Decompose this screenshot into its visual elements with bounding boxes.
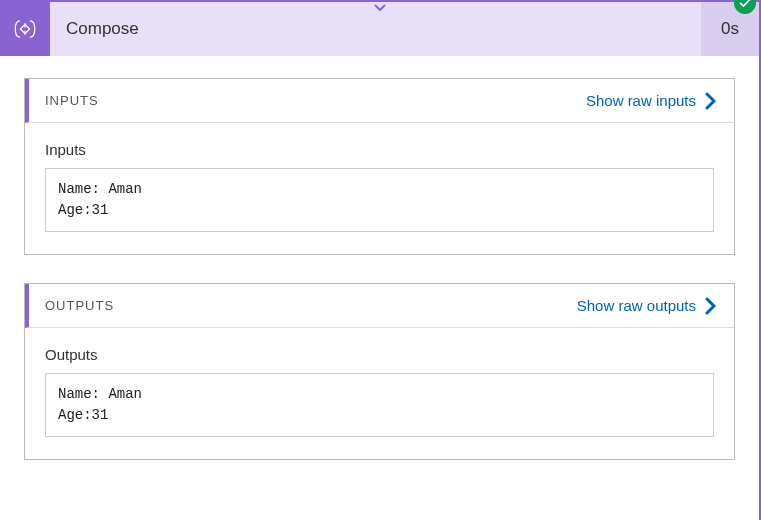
outputs-header-title: OUTPUTS [45, 298, 114, 313]
step-body: INPUTS Show raw inputs Inputs Name: Aman… [0, 56, 761, 520]
step-header[interactable]: Compose 0s [0, 0, 761, 56]
inputs-section-label: Inputs [45, 141, 714, 158]
outputs-panel-header: OUTPUTS Show raw outputs [25, 284, 734, 328]
chevron-right-icon [704, 92, 718, 110]
inputs-code-block[interactable]: Name: Aman Age:31 [45, 168, 714, 232]
show-raw-inputs-label: Show raw inputs [586, 92, 696, 109]
chevron-right-icon [704, 297, 718, 315]
outputs-code-block[interactable]: Name: Aman Age:31 [45, 373, 714, 437]
outputs-panel-content: Outputs Name: Aman Age:31 [25, 328, 734, 459]
inputs-panel: INPUTS Show raw inputs Inputs Name: Aman… [24, 78, 735, 255]
show-raw-outputs-link[interactable]: Show raw outputs [577, 297, 718, 315]
outputs-panel: OUTPUTS Show raw outputs Outputs Name: A… [24, 283, 735, 460]
inputs-header-title: INPUTS [45, 93, 99, 108]
inputs-panel-content: Inputs Name: Aman Age:31 [25, 123, 734, 254]
show-raw-inputs-link[interactable]: Show raw inputs [586, 92, 718, 110]
compose-step-icon [0, 2, 50, 56]
show-raw-outputs-label: Show raw outputs [577, 297, 696, 314]
outputs-section-label: Outputs [45, 346, 714, 363]
flow-arrow-icon [374, 0, 386, 16]
inputs-panel-header: INPUTS Show raw inputs [25, 79, 734, 123]
